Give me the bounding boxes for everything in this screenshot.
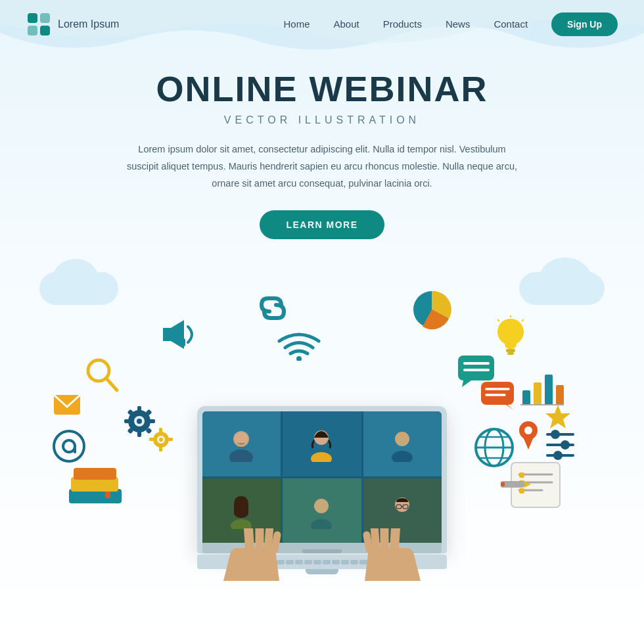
svg-marker-75: [524, 481, 531, 488]
chat-bubble2-icon: [480, 380, 516, 413]
svg-line-95: [268, 530, 269, 548]
magnifier-icon: [85, 357, 120, 396]
svg-rect-14: [137, 406, 141, 412]
svg-rect-48: [534, 382, 541, 405]
hero-description: Lorem ipsum dolor sit amet, consectetur …: [125, 141, 519, 192]
svg-point-61: [551, 430, 560, 439]
nav-links: Home About Products News Contact Sign Up: [283, 12, 618, 36]
svg-point-33: [296, 356, 302, 361]
pencil-icon: [499, 479, 532, 492]
svg-line-97: [394, 528, 396, 548]
cloud-right: [519, 272, 605, 305]
svg-point-7: [54, 431, 84, 461]
svg-marker-52: [545, 405, 570, 428]
svg-rect-2: [28, 26, 37, 35]
svg-rect-28: [168, 438, 173, 441]
svg-line-5: [106, 379, 117, 390]
svg-rect-43: [507, 352, 514, 355]
at-icon: [53, 430, 85, 465]
book-icon: [66, 463, 125, 508]
svg-rect-38: [481, 382, 514, 405]
video-grid: [202, 411, 442, 543]
svg-rect-42: [506, 349, 515, 352]
svg-rect-35: [458, 356, 494, 380]
hands: [210, 528, 434, 581]
learn-more-button[interactable]: LEARN MORE: [260, 210, 384, 239]
svg-point-13: [137, 419, 142, 424]
svg-rect-76: [501, 482, 505, 486]
svg-rect-49: [545, 375, 553, 405]
svg-point-83: [392, 451, 413, 462]
svg-rect-26: [159, 447, 162, 451]
svg-point-24: [159, 438, 163, 442]
svg-line-96: [275, 535, 277, 549]
cloud-left: [39, 272, 118, 305]
svg-line-45: [497, 319, 499, 321]
svg-rect-16: [124, 419, 130, 423]
svg-line-93: [248, 528, 250, 548]
logo-area: Lorem Ipsum: [26, 12, 119, 37]
svg-rect-0: [28, 13, 37, 23]
location-pin-icon: [518, 420, 539, 452]
hero-subtitle: VECTOR ILLUSTRATION: [53, 114, 591, 126]
svg-rect-32: [74, 468, 116, 480]
svg-rect-17: [149, 419, 155, 423]
nav-products[interactable]: Products: [383, 18, 422, 30]
svg-point-86: [314, 499, 329, 513]
svg-point-59: [524, 426, 532, 434]
logo-icon: [26, 12, 51, 37]
navbar: Lorem Ipsum Home About Products News Con…: [0, 0, 644, 49]
svg-point-87: [311, 519, 332, 529]
wifi-icon: [276, 325, 322, 363]
svg-rect-1: [40, 13, 50, 23]
participant-2: [283, 411, 361, 476]
link-icon: [256, 292, 289, 327]
svg-line-99: [375, 530, 376, 548]
svg-rect-71: [519, 472, 524, 478]
hero-title: ONLINE WEBINAR: [53, 68, 591, 109]
nav-about[interactable]: About: [333, 18, 359, 30]
svg-point-82: [395, 432, 409, 446]
logo-text: Lorem Ipsum: [58, 18, 119, 30]
signup-button[interactable]: Sign Up: [551, 12, 618, 36]
svg-rect-50: [556, 385, 564, 405]
svg-point-81: [311, 452, 332, 462]
participant-1: [202, 411, 281, 476]
svg-rect-25: [159, 428, 162, 432]
svg-rect-27: [149, 438, 154, 441]
svg-rect-3: [40, 26, 50, 35]
pie-chart-icon: [411, 288, 453, 334]
gear2-icon: [148, 426, 174, 455]
nav-contact[interactable]: Contact: [494, 18, 528, 30]
nav-home[interactable]: Home: [283, 18, 310, 30]
svg-rect-10: [181, 338, 185, 346]
svg-point-92: [392, 519, 413, 529]
svg-point-8: [63, 440, 75, 452]
svg-point-63: [561, 440, 570, 449]
hero-section: ONLINE WEBINAR VECTOR ILLUSTRATION Lorem…: [0, 49, 644, 239]
email-icon: [53, 394, 81, 419]
svg-rect-47: [522, 390, 530, 405]
svg-point-78: [229, 449, 253, 462]
svg-rect-15: [137, 431, 141, 437]
svg-line-100: [367, 535, 369, 549]
lightbulb-icon: [493, 315, 529, 363]
megaphone-icon: [158, 315, 204, 357]
bar-chart-icon: [519, 364, 565, 409]
svg-line-46: [522, 319, 524, 321]
svg-point-41: [497, 319, 524, 345]
illustration: [0, 252, 644, 601]
nav-news[interactable]: News: [446, 18, 471, 30]
participant-3: [363, 411, 442, 476]
svg-point-85: [231, 519, 252, 529]
